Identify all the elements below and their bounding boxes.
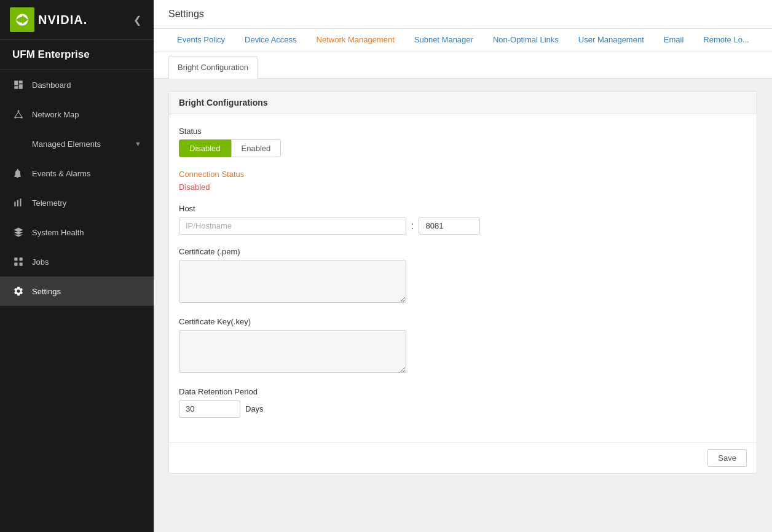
network-map-icon (12, 108, 25, 120)
status-group: Status Disabled Enabled (179, 127, 747, 157)
certificate-group: Certificate (.pem) (179, 247, 747, 305)
tab-device-access[interactable]: Device Access (236, 29, 305, 52)
tab-user-management[interactable]: User Management (570, 29, 653, 52)
config-card: Bright Configurations Status Disabled En… (168, 91, 757, 474)
svg-rect-8 (20, 198, 21, 206)
app-name: UFM Enterprise (0, 40, 154, 70)
svg-line-3 (15, 112, 18, 117)
connection-status-value: Disabled (179, 182, 210, 192)
certificate-key-textarea[interactable] (179, 330, 406, 373)
connection-status-label: Connection Status (179, 170, 747, 179)
sidebar: NVIDIA. ❮ UFM Enterprise Dashboard Netwo… (0, 0, 154, 532)
connection-status-group: Connection Status Disabled (179, 170, 747, 192)
sidebar-item-label: System Health (32, 228, 84, 237)
page-title: Settings (168, 9, 204, 19)
nvidia-logo: NVIDIA. (10, 7, 87, 32)
nvidia-text: NVIDIA. (38, 13, 87, 27)
settings-icon (12, 285, 25, 297)
port-input[interactable] (419, 217, 480, 235)
disabled-toggle-button[interactable]: Disabled (179, 139, 231, 157)
jobs-icon (12, 256, 25, 268)
dashboard-icon (12, 79, 25, 91)
sidebar-header: NVIDIA. ❮ (0, 0, 154, 40)
sidebar-item-label: Dashboard (32, 80, 71, 90)
sub-tabs-bar: Bright Configuration (154, 52, 772, 79)
svg-line-4 (18, 112, 22, 117)
status-label: Status (179, 127, 747, 136)
chevron-down-icon: ▼ (135, 140, 141, 147)
tab-subnet-manager[interactable]: Subnet Manager (406, 29, 482, 52)
svg-point-0 (18, 110, 20, 112)
host-input[interactable] (179, 217, 406, 235)
tab-email[interactable]: Email (655, 29, 693, 52)
host-label: Host (179, 204, 747, 213)
bell-icon (12, 167, 25, 179)
config-card-header: Bright Configurations (169, 92, 757, 114)
tab-events-policy[interactable]: Events Policy (168, 29, 234, 52)
sidebar-item-jobs[interactable]: Jobs (0, 247, 154, 276)
sidebar-item-label: Managed Elements (32, 139, 101, 149)
sidebar-item-label: Network Map (32, 110, 79, 119)
page-header: Settings (154, 0, 772, 29)
days-label: Days (245, 404, 264, 413)
sidebar-item-label: Jobs (32, 257, 49, 267)
svg-rect-12 (20, 263, 23, 266)
tab-network-management[interactable]: Network Management (308, 29, 403, 52)
sidebar-item-label: Events & Alarms (32, 169, 90, 178)
certificate-key-label: Certificate Key(.key) (179, 317, 747, 326)
data-retention-group: Data Retention Period Days (179, 387, 747, 418)
data-retention-label: Data Retention Period (179, 387, 747, 396)
tabs-bar: Events Policy Device Access Network Mana… (154, 29, 772, 52)
managed-elements-icon (12, 138, 25, 150)
sidebar-nav: Dashboard Network Map Managed Elements ▼… (0, 70, 154, 532)
sidebar-item-label: Settings (32, 287, 61, 296)
content-area: Bright Configurations Status Disabled En… (154, 79, 772, 532)
sidebar-item-dashboard[interactable]: Dashboard (0, 70, 154, 100)
host-row: : (179, 217, 747, 235)
nvidia-logo-box (10, 7, 34, 32)
tab-remote-lo[interactable]: Remote Lo... (695, 29, 757, 52)
status-toggle: Disabled Enabled (179, 139, 747, 157)
sidebar-item-system-health[interactable]: System Health (0, 217, 154, 247)
telemetry-icon (12, 197, 25, 209)
sidebar-toggle-button[interactable]: ❮ (131, 12, 144, 28)
tab-non-optimal-links[interactable]: Non-Optimal Links (484, 29, 567, 52)
config-card-body: Status Disabled Enabled Connection Statu… (169, 114, 757, 442)
enabled-toggle-button[interactable]: Enabled (231, 139, 282, 157)
days-input[interactable] (179, 400, 240, 418)
sidebar-item-telemetry[interactable]: Telemetry (0, 188, 154, 217)
certificate-textarea[interactable] (179, 260, 406, 303)
card-footer: Save (169, 442, 757, 473)
svg-rect-6 (14, 202, 15, 207)
svg-rect-11 (14, 263, 17, 266)
sidebar-item-events-alarms[interactable]: Events & Alarms (0, 158, 154, 188)
system-health-icon (12, 226, 25, 238)
certificate-label: Certificate (.pem) (179, 247, 747, 256)
sidebar-item-label: Telemetry (32, 198, 66, 208)
sidebar-item-settings[interactable]: Settings (0, 276, 154, 306)
main-content: Settings Events Policy Device Access Net… (154, 0, 772, 532)
sidebar-item-managed-elements[interactable]: Managed Elements ▼ (0, 129, 154, 158)
svg-rect-9 (14, 257, 17, 260)
svg-rect-10 (20, 257, 23, 260)
days-row: Days (179, 400, 747, 418)
host-group: Host : (179, 204, 747, 235)
svg-rect-7 (17, 200, 18, 207)
sidebar-item-network-map[interactable]: Network Map (0, 100, 154, 129)
sub-tab-bright-configuration[interactable]: Bright Configuration (168, 56, 258, 79)
certificate-key-group: Certificate Key(.key) (179, 317, 747, 375)
save-button[interactable]: Save (707, 449, 747, 467)
colon-separator: : (411, 221, 414, 232)
